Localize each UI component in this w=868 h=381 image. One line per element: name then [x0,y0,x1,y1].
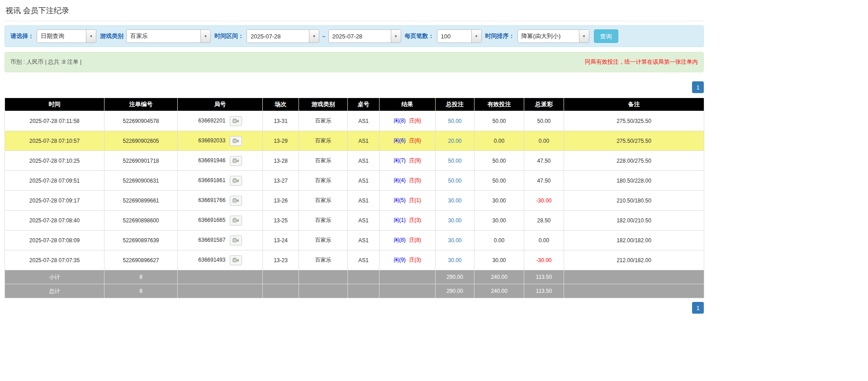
cell-round: 636691766 [178,191,263,211]
cell-game-type: 百家乐 [299,211,348,230]
table-row: 2025-07-28 07:11:58 522690904578 6366922… [5,111,704,131]
cell-total-bet[interactable]: 50.00 [436,151,474,171]
search-button[interactable]: 查询 [594,29,618,43]
chevron-down-icon[interactable]: ▾ [200,30,210,42]
per-page-combobox[interactable]: ▾ [437,29,482,43]
cell-payout: -30.00 [524,191,564,211]
col-header-remark: 备注 [564,98,704,111]
cell-remark: 182.00/182.00 [564,230,704,250]
video-replay-icon[interactable] [230,216,242,226]
cell-remark: 210.50/180.50 [564,191,704,211]
col-header-valid-bet: 有效投注 [474,98,524,111]
cell-total-bet[interactable]: 50.00 [436,171,474,191]
cell-result: 闲(4) 庄(5) [379,171,436,191]
col-header-bet-id: 注单编号 [104,98,178,111]
empty-cell [379,284,436,298]
empty-cell [379,270,436,284]
cell-payout: 50.00 [524,111,564,131]
cell-result: 闲(1) 庄(3) [379,211,436,230]
chevron-down-icon[interactable]: ▾ [86,30,96,42]
cell-round: 636692201 [178,111,263,131]
cell-round: 636691493 [178,250,263,270]
video-replay-icon[interactable] [230,116,242,126]
cell-game-type: 百家乐 [299,191,348,211]
date-from-combobox[interactable]: ▾ [247,29,319,43]
cell-table-no: AS1 [348,250,379,270]
result-banker: 庄(8) [409,237,421,243]
page-container: 视讯 会员下注纪录 请选择： ▾ 游戏类别 ▾ 时间区间： ▾ ~ ▾ 每页笔数… [5,2,704,314]
table-row: 2025-07-28 07:09:17 522690899661 6366917… [5,191,704,211]
cell-round: 636691665 [178,211,263,230]
round-number: 636691946 [198,157,225,164]
video-replay-icon[interactable] [230,235,242,245]
chevron-down-icon[interactable]: ▾ [579,30,589,42]
cell-result: 闲(8) 庄(8) [379,230,436,250]
cell-game-type: 百家乐 [299,230,348,250]
per-page-input[interactable] [437,30,471,42]
video-replay-icon[interactable] [230,156,242,166]
chevron-down-icon[interactable]: ▾ [471,30,481,42]
col-header-game-type: 游戏类别 [299,98,348,111]
cell-time: 2025-07-28 07:08:40 [5,211,104,230]
cell-result: 闲(8) 庄(6) [379,111,436,131]
cell-payout: 47.50 [524,151,564,171]
cell-table-no: AS1 [348,171,379,191]
chevron-down-icon[interactable]: ▾ [391,30,401,42]
pagination-page-button[interactable]: 1 [692,81,704,93]
summary-note: 同局有效投注，统一计算在该局第一张注单内 [585,58,698,66]
cell-total-bet[interactable]: 30.00 [436,250,474,270]
time-sort-input[interactable] [518,30,579,42]
result-player: 闲(4) [394,177,406,183]
cell-time: 2025-07-28 07:11:58 [5,111,104,131]
cell-table-no: AS1 [348,230,379,250]
cell-session: 13-23 [263,250,299,270]
empty-cell [564,270,704,284]
subtotal-row: 小计 8 290.00 240.00 113.50 [5,270,704,284]
cell-remark: 275.50/275.50 [564,131,704,151]
game-type-combobox[interactable]: ▾ [126,29,211,43]
cell-total-bet[interactable]: 30.00 [436,211,474,230]
cell-game-type: 百家乐 [299,111,348,131]
video-replay-icon[interactable] [230,136,242,146]
empty-cell [564,284,704,298]
time-sort-combobox[interactable]: ▾ [517,29,589,43]
date-to-combobox[interactable]: ▾ [328,29,401,43]
query-type-combobox[interactable]: ▾ [37,29,96,43]
result-banker: 庄(1) [409,197,421,203]
video-replay-icon[interactable] [230,255,242,265]
result-banker: 庄(9) [409,157,421,164]
time-sort-label: 时间排序： [485,32,515,40]
cell-total-bet[interactable]: 30.00 [436,230,474,250]
result-banker: 庄(6) [409,137,421,144]
col-header-result: 结果 [379,98,436,111]
cell-round: 636691587 [178,230,263,250]
game-type-input[interactable] [127,30,200,42]
cell-result: 闲(6) 庄(6) [379,131,436,151]
subtotal-valid-bet: 240.00 [474,270,524,284]
date-to-input[interactable] [329,30,391,42]
cell-bet-id: 522690904578 [104,111,178,131]
video-replay-icon[interactable] [230,176,242,186]
cell-bet-id: 522690901718 [104,151,178,171]
cell-valid-bet: 30.00 [474,250,524,270]
cell-bet-id: 522690898600 [104,211,178,230]
cell-result: 闲(5) 庄(1) [379,191,436,211]
chevron-down-icon[interactable]: ▾ [309,30,319,42]
query-type-input[interactable] [37,30,86,42]
empty-cell [299,284,348,298]
round-number: 636691861 [198,177,225,183]
video-replay-icon[interactable] [230,196,242,206]
date-from-input[interactable] [247,30,309,42]
cell-remark: 180.50/228.00 [564,171,704,191]
cell-round: 636691861 [178,171,263,191]
table-row: 2025-07-28 07:10:57 522690902605 6366920… [5,131,704,151]
table-row: 2025-07-28 07:07:35 522690896627 6366914… [5,250,704,270]
pagination-bottom: 1 [5,302,704,314]
cell-time: 2025-07-28 07:10:25 [5,151,104,171]
cell-payout: 47.50 [524,171,564,191]
cell-total-bet[interactable]: 20.00 [436,131,474,151]
cell-total-bet[interactable]: 30.00 [436,191,474,211]
cell-total-bet[interactable]: 50.00 [436,111,474,131]
result-banker: 庄(3) [409,257,421,263]
pagination-page-button[interactable]: 1 [692,302,704,314]
